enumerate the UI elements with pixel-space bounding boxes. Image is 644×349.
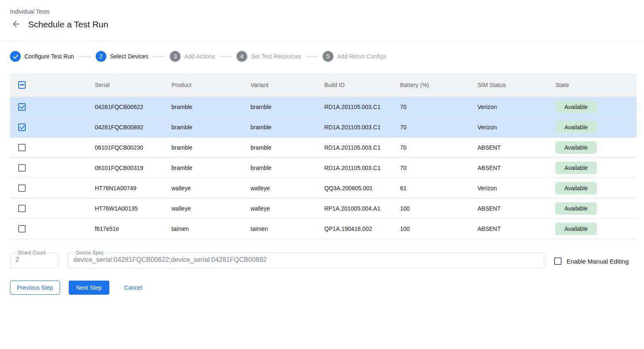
cell-product: bramble <box>171 137 251 158</box>
step-label: Add Actions <box>184 53 215 60</box>
cell-product: taimen <box>171 218 251 239</box>
enable-manual-editing[interactable]: Enable Manual Editing <box>554 257 629 265</box>
table-row[interactable]: HT76W1A00135 walleye walleye RP1A.201005… <box>10 198 637 218</box>
row-checkbox[interactable] <box>18 103 26 111</box>
row-checkbox[interactable] <box>18 184 26 192</box>
column-header-variant: Variant <box>251 73 324 97</box>
device-spec-label: Device Spec <box>74 250 105 256</box>
step-label: Select Devices <box>110 53 149 60</box>
column-header-build-id: Build ID <box>324 73 400 97</box>
cell-serial: f617e51e <box>95 218 171 239</box>
select-all-checkbox[interactable] <box>18 81 26 89</box>
cell-battery: 70 <box>400 158 478 178</box>
action-bar: Previous Step Next Step Cancel <box>10 281 634 295</box>
state-badge: Available <box>555 182 597 194</box>
arrow-back-icon <box>11 19 21 30</box>
row-checkbox[interactable] <box>18 225 26 233</box>
step-number: 3 <box>170 51 181 62</box>
cell-product: bramble <box>171 117 251 137</box>
cell-sim-status: ABSENT <box>478 198 555 218</box>
cell-sim-status: Verizon <box>478 178 555 198</box>
page-title: Schedule a Test Run <box>28 19 108 29</box>
step-set-test-resources[interactable]: 4 Set Test Resources <box>236 51 301 62</box>
table-row[interactable]: 04281FQCB00622 bramble bramble RD1A.2011… <box>10 97 637 117</box>
cell-variant: bramble <box>251 97 324 117</box>
table-row[interactable]: 04281FQCB00892 bramble bramble RD1A.2011… <box>10 117 637 137</box>
cell-product: walleye <box>171 198 251 218</box>
cell-variant: bramble <box>251 117 324 137</box>
column-header-serial: Serial <box>95 73 171 97</box>
table-row[interactable]: 06101FQCB00319 bramble bramble RD1A.2011… <box>10 158 637 178</box>
table-row[interactable]: HT76N1A00749 walleye walleye QQ3A.200805… <box>10 178 637 198</box>
step-select-devices[interactable]: 2 Select Devices <box>96 51 149 62</box>
step-add-actions[interactable]: 3 Add Actions <box>170 51 215 62</box>
cell-build-id: QQ3A.200805.001 <box>324 178 400 198</box>
step-number: 2 <box>96 51 106 62</box>
next-step-button[interactable]: Next Step <box>69 281 109 295</box>
row-checkbox[interactable] <box>18 205 26 212</box>
cell-battery: 61 <box>400 178 478 198</box>
step-check-icon <box>10 51 21 62</box>
cell-build-id: RD1A.201105.003.C1 <box>324 117 400 137</box>
cell-sim-status: Verizon <box>478 117 555 137</box>
state-badge: Available <box>555 223 597 235</box>
previous-step-button[interactable]: Previous Step <box>10 281 60 295</box>
enable-manual-editing-checkbox[interactable] <box>554 257 562 265</box>
cell-serial: 06101FQCB00319 <box>95 158 171 178</box>
step-label: Configure Test Run <box>24 53 74 60</box>
device-selection-form: Shard Count Device Spec Enable Manual Ed… <box>10 250 629 269</box>
cell-serial: 04281FQCB00892 <box>95 117 171 137</box>
step-number: 5 <box>323 51 333 62</box>
step-label: Set Test Resources <box>251 53 301 60</box>
cancel-button[interactable]: Cancel <box>119 281 147 295</box>
state-badge: Available <box>555 101 597 113</box>
row-checkbox[interactable] <box>18 144 26 151</box>
cell-product: walleye <box>171 178 251 198</box>
cell-serial: 04281FQCB00622 <box>95 97 171 117</box>
row-checkbox[interactable] <box>18 164 26 172</box>
state-badge: Available <box>555 141 597 154</box>
cell-variant: bramble <box>251 137 324 158</box>
row-checkbox[interactable] <box>18 124 26 131</box>
cell-build-id: RD1A.201105.003.C1 <box>324 137 400 158</box>
cell-battery: 100 <box>400 198 478 218</box>
cell-serial: 06101FQCB00230 <box>95 137 171 158</box>
step-connector <box>79 56 91 57</box>
device-spec-field: Device Spec <box>68 250 544 269</box>
cell-product: bramble <box>171 158 251 178</box>
cell-serial: HT76N1A00749 <box>95 178 171 198</box>
enable-manual-editing-label: Enable Manual Editing <box>567 258 629 265</box>
column-header-product: Product <box>171 73 251 97</box>
cell-variant: bramble <box>251 158 324 178</box>
state-badge: Available <box>555 202 597 215</box>
cell-battery: 70 <box>400 117 478 137</box>
step-connector <box>153 56 165 57</box>
device-spec-input[interactable] <box>73 256 539 264</box>
shard-count-field: Shard Count <box>10 250 59 269</box>
step-configure-test-run[interactable]: Configure Test Run <box>10 51 74 62</box>
cell-product: bramble <box>171 97 251 117</box>
shard-count-label: Shard Count <box>16 250 47 256</box>
stepper: Configure Test Run 2 Select Devices 3 Ad… <box>0 41 644 62</box>
cell-sim-status: Verizon <box>478 97 555 117</box>
state-badge: Available <box>555 121 597 133</box>
table-row[interactable]: 06101FQCB00230 bramble bramble RD1A.2011… <box>10 137 637 158</box>
shard-count-input[interactable] <box>15 256 54 264</box>
back-button[interactable] <box>11 19 22 30</box>
cell-battery: 70 <box>400 97 478 117</box>
column-header-sim-status: SIM Status <box>478 73 555 97</box>
cell-sim-status: ABSENT <box>478 158 555 178</box>
step-connector <box>219 56 232 57</box>
cell-build-id: RP1A.201005.004.A1 <box>324 198 400 218</box>
cell-battery: 100 <box>400 218 478 239</box>
page-header: Individual Tests Schedule a Test Run <box>0 0 644 41</box>
cell-build-id: QP1A.190416.002 <box>324 218 400 239</box>
cell-sim-status: ABSENT <box>478 218 555 239</box>
step-add-rerun-configs[interactable]: 5 Add Rerun Configs <box>323 51 386 62</box>
step-label: Add Rerun Configs <box>337 53 386 60</box>
cell-variant: walleye <box>251 198 324 218</box>
table-row[interactable]: f617e51e taimen taimen QP1A.190416.002 1… <box>10 218 637 239</box>
table-header-row: Serial Product Variant Build ID Battery … <box>10 73 637 97</box>
breadcrumb: Individual Tests <box>10 8 634 15</box>
cell-build-id: RD1A.201105.003.C1 <box>324 158 400 178</box>
